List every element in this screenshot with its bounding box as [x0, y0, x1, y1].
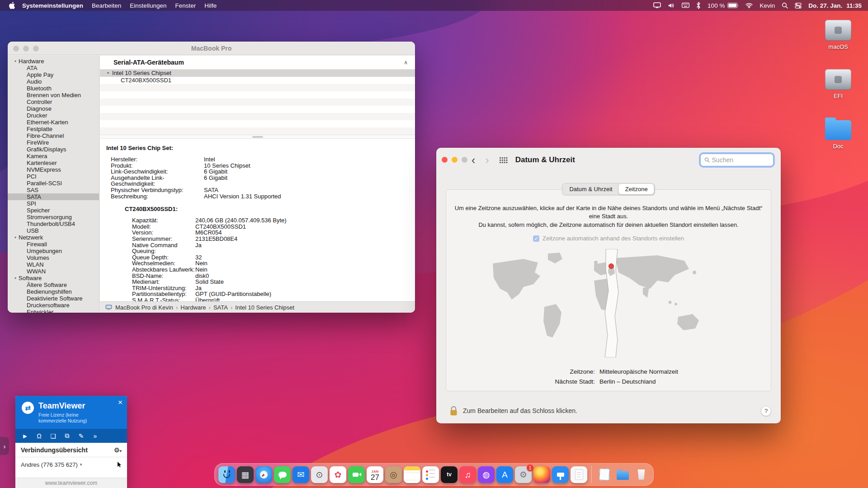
sata-device-tree-header[interactable]: Serial-ATA-Gerätebaum ∧ [100, 56, 415, 70]
sidebar-item-kamera[interactable]: Kamera [8, 153, 99, 160]
dock-trash-icon[interactable] [633, 466, 650, 483]
desktop-icon-macos[interactable]: macOS [817, 20, 859, 50]
connection-overview-row[interactable]: Verbindungsübersicht ⚙▾ [15, 443, 127, 457]
dock-tv-icon[interactable]: tv [441, 466, 458, 483]
tv-copy-icon[interactable]: ⧉ [60, 432, 74, 440]
close-window-button[interactable] [13, 46, 19, 52]
disclosure-triangle-icon[interactable]: ▾ [14, 58, 16, 65]
sidebar-section-hardware[interactable]: ▾Hardware [8, 58, 99, 65]
dock-finder-icon[interactable] [218, 466, 235, 483]
sidebar-item-wlan[interactable]: WLAN [8, 261, 99, 268]
dock-binoculars-utility-icon[interactable]: ⊙ [311, 466, 328, 483]
disclosure-triangle-icon[interactable]: ▾ [107, 70, 109, 77]
sysinfo-titlebar[interactable]: MacBook Pro [8, 42, 415, 55]
auto-timezone-checkbox[interactable]: ✓ [533, 235, 539, 242]
dock-calendar-icon[interactable]: JAN27 [367, 466, 383, 483]
sidebar-item-bedienungshilfen[interactable]: Bedienungshilfen [8, 288, 99, 295]
dock-keynote-icon[interactable] [552, 466, 569, 483]
sidebar-item-umgebungen[interactable]: Umgebungen [8, 248, 99, 254]
datetime-toolbar[interactable]: ‹ › Datum & Uhrzeit [436, 148, 781, 172]
sidebar-item-usb[interactable]: USB [8, 227, 99, 234]
back-button[interactable]: ‹ [472, 155, 475, 166]
zoom-window-button[interactable] [33, 46, 39, 52]
sidebar-item-sata[interactable]: SATA [8, 193, 99, 200]
status-path-item[interactable]: Hardware [180, 304, 206, 311]
dock-facetime-icon[interactable] [348, 466, 365, 483]
forward-button[interactable]: › [485, 155, 489, 166]
search-input[interactable] [712, 156, 769, 164]
dock-downloads-folder-icon[interactable] [614, 466, 631, 483]
sidebar-item-brennen-von-medien[interactable]: Brennen von Medien [8, 92, 99, 99]
minimize-window-button[interactable] [23, 46, 29, 52]
sidebar-item-nvmexpress[interactable]: NVMExpress [8, 166, 99, 173]
dock-photo-booth-icon[interactable]: ◎ [385, 466, 402, 483]
sidebar-item-audio[interactable]: Audio [8, 78, 99, 85]
sidebar-item-ältere-software[interactable]: Ältere Software [8, 282, 99, 288]
tv-whiteboard-icon[interactable]: ✎ [74, 432, 88, 440]
teamviewer-header[interactable]: ⇄ TeamViewer Freie Lizenz (keine kommerz… [15, 396, 127, 429]
teamviewer-edge-tab[interactable]: › [0, 437, 9, 455]
volume-icon[interactable] [668, 3, 675, 8]
tv-headset-icon[interactable]: Ω [32, 432, 46, 440]
sidebar-item-deaktivierte-software[interactable]: Deaktivierte Software [8, 295, 99, 302]
sidebar-item-bluetooth[interactable]: Bluetooth [8, 85, 99, 92]
tree-item-chipset[interactable]: ▾ Intel 10 Series Chipset [100, 70, 415, 77]
sidebar-item-ethernet-karten[interactable]: Ethernet-Karten [8, 119, 99, 126]
lock-icon[interactable] [449, 405, 458, 417]
sidebar-section-netzwerk[interactable]: ▾Netzwerk [8, 234, 99, 241]
menu-fenster[interactable]: Fenster [175, 2, 196, 9]
world-map[interactable] [480, 249, 737, 357]
dock-launchpad-icon[interactable]: ▦ [237, 466, 254, 483]
bluetooth-icon[interactable] [696, 2, 701, 9]
sidebar-item-wwan[interactable]: WWAN [8, 268, 99, 275]
dock-app-store-icon[interactable]: A [496, 466, 513, 483]
sidebar-section-software[interactable]: ▾Software [8, 275, 99, 282]
dock-reminders-icon[interactable] [422, 466, 439, 483]
minimize-window-button[interactable] [452, 157, 458, 163]
tree-item-disk[interactable]: CT240BX500SSD1 [100, 77, 415, 84]
tv-video-icon[interactable]: ► [18, 432, 32, 440]
dock-podcasts-icon[interactable]: ◍ [478, 466, 495, 483]
search-field[interactable] [700, 154, 774, 166]
control-center-icon[interactable] [795, 2, 802, 9]
apple-menu-icon[interactable] [9, 2, 15, 9]
dock-notes-icon[interactable] [404, 466, 420, 483]
show-all-grid-icon[interactable] [499, 157, 508, 164]
sidebar-item-speicher[interactable]: Speicher [8, 207, 99, 214]
sidebar-item-kartenleser[interactable]: Kartenleser [8, 160, 99, 166]
user-menu[interactable]: Kevin [760, 2, 775, 9]
sidebar-item-fibre-channel[interactable]: Fibre-Channel [8, 132, 99, 139]
sidebar-item-sas[interactable]: SAS [8, 187, 99, 193]
sidebar-item-grafik-displays[interactable]: Grafik/Displays [8, 146, 99, 153]
sidebar-item-thunderbolt-usb4[interactable]: Thunderbolt/USB4 [8, 221, 99, 227]
close-window-button[interactable] [442, 157, 448, 163]
status-path-item[interactable]: MacBook Pro di Kevin [115, 304, 173, 311]
menu-clock[interactable]: Do. 27. Jan. 11:35 [808, 2, 862, 9]
menu-einstellungen[interactable]: Einstellungen [130, 2, 166, 9]
keyboard-icon[interactable] [682, 3, 689, 8]
dock-firefox-icon[interactable] [533, 466, 550, 483]
disclosure-triangle-icon[interactable]: ▾ [14, 234, 16, 241]
display-mirroring-icon[interactable] [653, 2, 661, 8]
connection-entry[interactable]: Andres (776 375 627) ▾ [15, 457, 127, 472]
desktop-icon-efi[interactable]: EFI [817, 69, 859, 99]
battery-status[interactable]: 100 % [708, 2, 739, 9]
sidebar-item-firewall[interactable]: Firewall [8, 241, 99, 248]
teamviewer-footer[interactable]: www.teamviewer.com [15, 478, 127, 488]
sidebar-item-stromversorgung[interactable]: Stromversorgung [8, 214, 99, 221]
gear-icon[interactable]: ⚙▾ [114, 446, 122, 454]
sidebar-item-controller[interactable]: Controller [8, 99, 99, 105]
tv-more-icon[interactable]: » [88, 432, 102, 440]
sidebar-item-ata[interactable]: ATA [8, 65, 99, 71]
tab-zeitzone[interactable]: Zeitzone [619, 184, 654, 194]
menu-systemeinstellungen[interactable]: Systemeinstellungen [22, 2, 83, 9]
sidebar-item-diagnose[interactable]: Diagnose [8, 105, 99, 112]
dock-music-icon[interactable]: ♫ [459, 466, 476, 483]
city-value[interactable]: Berlin – Deutschland [599, 378, 758, 385]
sidebar-item-druckersoftware[interactable]: Druckersoftware [8, 302, 99, 309]
dock-photos-icon[interactable]: ✿ [330, 466, 346, 483]
sidebar-item-spi[interactable]: SPI [8, 200, 99, 207]
dock-documents-stack-icon[interactable] [596, 466, 613, 483]
dock-messages-icon[interactable] [274, 466, 291, 483]
dock-system-preferences-icon[interactable]: ⚙1 [515, 466, 532, 483]
